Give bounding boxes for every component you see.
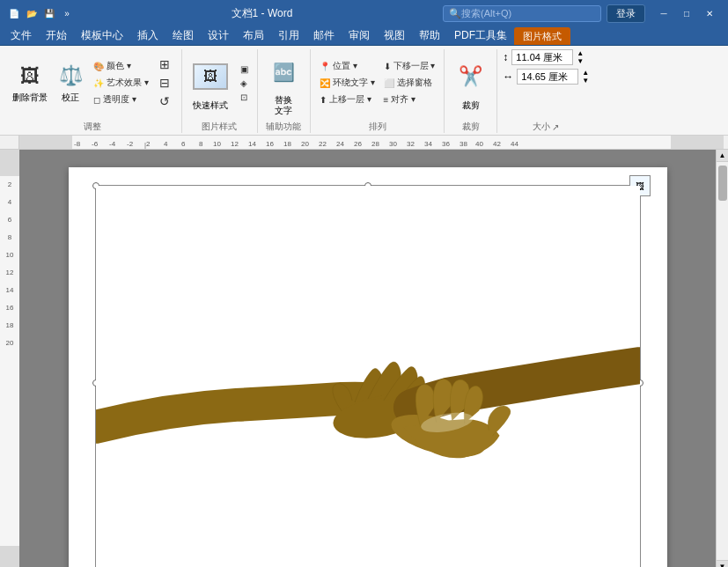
svg-text:44: 44: [511, 140, 518, 148]
menu-home[interactable]: 开始: [39, 26, 74, 45]
ribbon-group-picture-style: 🖼 快速样式 ▣ ◈ ⊡ 图片样式: [182, 49, 258, 133]
compress-icon: ⊞: [159, 57, 170, 71]
svg-text:38: 38: [460, 140, 467, 148]
close-button[interactable]: ✕: [698, 4, 721, 22]
menu-design[interactable]: 设计: [201, 26, 236, 45]
menu-template[interactable]: 模板中心: [74, 26, 130, 45]
lower-layer-button[interactable]: ⬇ 下移一层 ▾: [380, 58, 439, 74]
width-icon: ↔: [503, 70, 513, 83]
open-icon[interactable]: 📂: [25, 6, 39, 20]
new-file-icon[interactable]: 📄: [7, 6, 21, 20]
svg-text:16: 16: [5, 304, 13, 312]
quick-style-button[interactable]: 🖼: [188, 54, 233, 99]
effect-icon: ◈: [240, 78, 247, 88]
adjust-label: 调整: [84, 118, 101, 133]
picture-effect-button[interactable]: ◈: [237, 77, 252, 90]
menu-insert[interactable]: 插入: [130, 26, 165, 45]
transparency-button[interactable]: ◻ 透明度 ▾: [90, 92, 152, 107]
size-expand-icon[interactable]: ↗: [552, 122, 559, 132]
crop-button[interactable]: ✂️: [452, 54, 490, 99]
svg-text:10: 10: [213, 140, 221, 148]
calibrate-label: 校正: [62, 92, 79, 104]
more-icon[interactable]: »: [60, 6, 74, 20]
svg-rect-30: [0, 150, 19, 176]
menu-ref[interactable]: 引用: [271, 26, 306, 45]
svg-text:4: 4: [164, 140, 168, 148]
remove-bg-label: 删除背景: [12, 92, 48, 103]
bring-forward-button[interactable]: ⬆ 上移一层 ▾: [316, 92, 379, 107]
window-icons: 📄 📂 💾 »: [7, 6, 74, 20]
change-icon: ⊟: [159, 76, 170, 90]
wrap-text-button[interactable]: 🔀 环绕文字 ▾: [316, 75, 379, 91]
wrap-icon: 🔀: [320, 78, 330, 88]
height-spinner[interactable]: ▲▼: [577, 49, 584, 65]
menu-help[interactable]: 帮助: [412, 26, 447, 45]
svg-rect-0: [19, 136, 72, 149]
menu-layout[interactable]: 布局: [236, 26, 271, 45]
search-input[interactable]: [461, 8, 576, 18]
compress-img-button[interactable]: ⊞: [156, 55, 176, 73]
height-icon: ↕: [503, 51, 508, 63]
document-area[interactable]: 🖼: [19, 150, 716, 567]
svg-text:8: 8: [7, 233, 11, 241]
color-icon: 🎨: [93, 62, 104, 71]
h-ruler: // Ticks rendered inline via SVG -8 -6 -…: [19, 136, 728, 149]
svg-text:-4: -4: [109, 140, 116, 148]
scroll-thumb[interactable]: [718, 166, 727, 201]
svg-text:14: 14: [248, 140, 256, 148]
layout-option-button[interactable]: ⊡: [237, 91, 252, 104]
svg-text:36: 36: [442, 140, 450, 148]
align-button[interactable]: ≡ 对齐 ▾: [380, 92, 439, 107]
art-effect-button[interactable]: ✨ 艺术效果 ▾: [90, 75, 152, 91]
replace-text-button[interactable]: 🔤: [264, 49, 303, 95]
color-button[interactable]: 🎨 颜色 ▾: [90, 58, 152, 74]
menu-picture-format[interactable]: 图片格式: [514, 27, 570, 45]
svg-text:6: 6: [7, 216, 11, 224]
width-input[interactable]: [517, 69, 578, 85]
scroll-down-button[interactable]: ▼: [717, 560, 729, 567]
minimize-button[interactable]: ─: [652, 4, 675, 22]
svg-text:10: 10: [5, 251, 13, 259]
width-spinner[interactable]: ▲▼: [582, 69, 589, 85]
position-button[interactable]: 📍 位置 ▾: [316, 58, 379, 74]
menu-view[interactable]: 视图: [377, 26, 412, 45]
remove-bg-button[interactable]: 🖼: [9, 63, 51, 91]
menu-bar: 文件 开始 模板中心 插入 绘图 设计 布局 引用 邮件 审阅 视图 帮助 PD…: [0, 26, 728, 46]
picture-style-label: 图片样式: [202, 118, 237, 133]
aux-label: 辅助功能: [266, 118, 301, 133]
height-input[interactable]: [511, 49, 573, 65]
maximize-button[interactable]: □: [675, 4, 698, 22]
svg-text:20: 20: [5, 339, 13, 347]
select-window-button[interactable]: ⬜ 选择窗格: [380, 75, 439, 91]
calibrate-button[interactable]: ⚖️: [55, 62, 86, 90]
scrollbar-right[interactable]: ▲ ▼: [716, 150, 728, 567]
svg-text:32: 32: [407, 140, 415, 148]
align-icon: ≡: [384, 95, 389, 105]
reset-icon: ↺: [159, 94, 170, 108]
svg-text:12: 12: [231, 140, 239, 148]
change-img-button[interactable]: ⊟: [156, 74, 176, 92]
svg-text:12: 12: [5, 269, 13, 276]
svg-rect-1: [671, 136, 724, 149]
svg-text:8: 8: [199, 140, 203, 148]
v-ruler-svg: 2 4 6 8 10 12 14 16 18 20: [0, 150, 19, 567]
document-page: 🖼: [69, 167, 667, 567]
search-box[interactable]: 🔍: [443, 5, 601, 22]
picture-border-button[interactable]: ▣: [237, 63, 252, 76]
login-button[interactable]: 登录: [607, 4, 645, 23]
menu-draw[interactable]: 绘图: [165, 26, 201, 45]
reset-img-button[interactable]: ↺: [156, 92, 176, 110]
menu-mail[interactable]: 邮件: [306, 26, 342, 45]
scroll-up-button[interactable]: ▲: [717, 150, 729, 162]
h-ruler-svg: // Ticks rendered inline via SVG -8 -6 -…: [19, 136, 724, 149]
menu-pdf[interactable]: PDF工具集: [447, 26, 514, 45]
save-icon[interactable]: 💾: [42, 6, 56, 20]
menu-review[interactable]: 审阅: [342, 26, 377, 45]
title-bar: 📄 📂 💾 » 文档1 - Word 🔍 登录 ─ □ ✕: [0, 0, 728, 26]
v-ruler: 2 4 6 8 10 12 14 16 18 20: [0, 150, 19, 567]
svg-text:16: 16: [266, 140, 274, 148]
image-frame[interactable]: 🖼: [95, 185, 641, 567]
ruler-corner: [0, 136, 19, 149]
image-content: [96, 186, 640, 567]
menu-file[interactable]: 文件: [4, 26, 39, 45]
